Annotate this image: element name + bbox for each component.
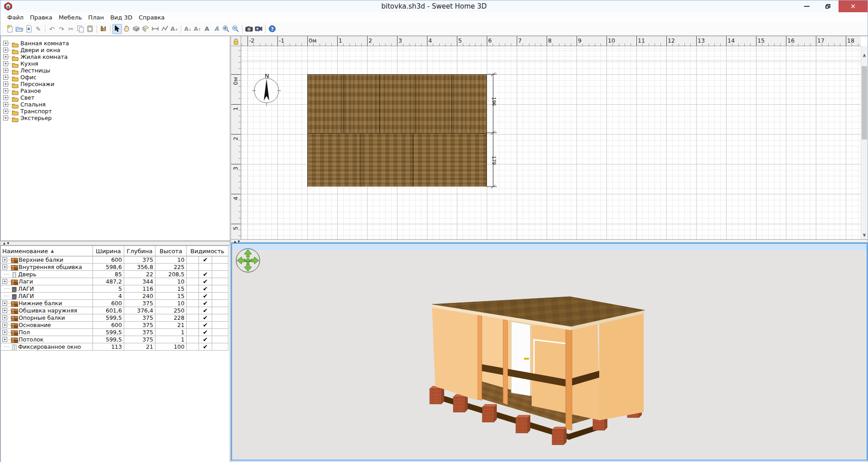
- expand-plus-icon[interactable]: +: [2, 322, 7, 327]
- visibility-checkbox[interactable]: [199, 264, 212, 270]
- menu-мебель[interactable]: Мебель: [55, 13, 85, 22]
- expand-plus-icon[interactable]: +: [2, 337, 7, 342]
- expand-plus-icon[interactable]: +: [2, 257, 7, 262]
- expand-plus-icon[interactable]: +: [3, 102, 8, 107]
- create-video-button[interactable]: [254, 24, 263, 34]
- plan-view-2d[interactable]: -2-10м123456789101112131415161718 0м1234…: [231, 36, 868, 239]
- toggle-bold-button[interactable]: A: [202, 24, 212, 34]
- furniture-name-cell[interactable]: +Лаги: [1, 278, 93, 285]
- visibility-checkbox[interactable]: ✔: [199, 329, 212, 336]
- decrease-text-size-button[interactable]: A↓: [183, 24, 193, 34]
- column-header[interactable]: Ширина: [93, 245, 124, 256]
- expand-plus-icon[interactable]: +: [2, 301, 7, 306]
- height-cell[interactable]: 10: [155, 256, 187, 264]
- close-button[interactable]: ✕: [839, 0, 868, 12]
- catalog-category-row[interactable]: +Экстерьер: [1, 115, 230, 121]
- menu-правка[interactable]: Правка: [27, 13, 55, 22]
- furniture-table-row[interactable]: +Лаги487,234410✔: [1, 278, 230, 285]
- height-cell[interactable]: 21: [155, 322, 187, 329]
- select-button[interactable]: [112, 24, 122, 34]
- furniture-name-cell[interactable]: +Потолок: [1, 336, 93, 343]
- furniture-table-row[interactable]: +Пол599,53751✔: [1, 329, 230, 336]
- expand-plus-icon[interactable]: +: [2, 265, 7, 270]
- help-button[interactable]: ?: [267, 24, 277, 34]
- furniture-name-cell[interactable]: +Пол: [1, 329, 93, 336]
- menu-план[interactable]: План: [85, 13, 107, 22]
- copy-button[interactable]: [76, 24, 85, 34]
- expand-plus-icon[interactable]: +: [3, 75, 8, 80]
- create-texts-button[interactable]: A+: [170, 24, 179, 34]
- redo-button[interactable]: ↷: [57, 24, 66, 34]
- furniture-name-cell[interactable]: +Опорные балки: [1, 314, 93, 322]
- height-cell[interactable]: 225: [155, 264, 187, 271]
- height-cell[interactable]: 100: [155, 343, 187, 351]
- visibility-checkbox[interactable]: ✔: [199, 293, 212, 299]
- menu-файл[interactable]: Файл: [4, 13, 27, 22]
- furniture-table-row[interactable]: +Опорные балки599,5375228✔: [1, 314, 230, 322]
- height-cell[interactable]: 15: [155, 293, 187, 300]
- zoom-out-button[interactable]: [231, 24, 240, 34]
- open-button[interactable]: [15, 24, 24, 34]
- plan-3d-splitter[interactable]: ▲▼: [231, 239, 868, 243]
- furniture-table-row[interactable]: +Верхние балки60037510✔: [1, 256, 230, 264]
- width-cell[interactable]: 113: [93, 343, 124, 351]
- expand-plus-icon[interactable]: +: [3, 109, 8, 114]
- plan-structure[interactable]: [307, 74, 487, 187]
- expand-plus-icon[interactable]: +: [2, 315, 7, 320]
- scroll-thumb[interactable]: [862, 66, 867, 140]
- create-polylines-button[interactable]: [160, 24, 170, 34]
- expand-plus-icon[interactable]: +: [3, 61, 8, 66]
- view-3d[interactable]: [231, 243, 868, 461]
- expand-plus-icon[interactable]: +: [2, 330, 7, 335]
- furniture-name-cell[interactable]: Фиксированное окно: [1, 343, 93, 351]
- preferences-button[interactable]: ✎: [34, 24, 43, 34]
- menu-вид-3d[interactable]: Вид 3D: [107, 13, 136, 22]
- furniture-table-row[interactable]: +Обшивка наружняя601,6376,4250✔: [1, 307, 230, 314]
- height-cell[interactable]: 15: [155, 285, 187, 293]
- width-cell[interactable]: 600: [93, 322, 124, 329]
- increase-text-size-button[interactable]: A↑: [193, 24, 202, 34]
- width-cell[interactable]: 599,5: [93, 314, 124, 322]
- column-header[interactable]: Глубина: [124, 245, 155, 256]
- scroll-down-icon[interactable]: ∨: [861, 231, 868, 238]
- paste-button[interactable]: [85, 24, 95, 34]
- width-cell[interactable]: 487,2: [93, 278, 124, 285]
- width-cell[interactable]: 4: [93, 293, 124, 300]
- depth-cell[interactable]: 375: [124, 300, 155, 307]
- column-header[interactable]: Видимость: [187, 245, 228, 256]
- expand-plus-icon[interactable]: +: [3, 88, 8, 93]
- depth-cell[interactable]: 375: [124, 329, 155, 336]
- create-dimensions-button[interactable]: [150, 24, 160, 34]
- expand-plus-icon[interactable]: +: [3, 54, 8, 59]
- furniture-name-cell[interactable]: +Обшивка наружняя: [1, 307, 93, 314]
- visibility-checkbox[interactable]: ✔: [199, 322, 212, 328]
- furniture-name-cell[interactable]: +Нижние балки: [1, 300, 93, 307]
- furniture-table-row[interactable]: Фиксированное окно11321100✔: [1, 343, 230, 351]
- furniture-name-cell[interactable]: +Внутренняя обшивка: [1, 264, 93, 271]
- catalog-category-row[interactable]: +Ванная комната: [1, 40, 230, 47]
- undo-button[interactable]: ↶: [47, 24, 57, 34]
- furniture-table-row[interactable]: ЛАГИ511615✔: [1, 285, 230, 293]
- expand-plus-icon[interactable]: +: [2, 279, 7, 284]
- catalog-category-row[interactable]: +Кухня: [1, 60, 230, 67]
- furniture-name-cell[interactable]: +Верхние балки: [1, 256, 93, 264]
- create-photo-button[interactable]: [244, 24, 254, 34]
- width-cell[interactable]: 5: [93, 285, 124, 293]
- furniture-table-row[interactable]: ЛАГИ424015✔: [1, 293, 230, 300]
- height-cell[interactable]: 10: [155, 278, 187, 285]
- width-cell[interactable]: 600: [93, 256, 124, 264]
- visibility-checkbox[interactable]: ✔: [199, 256, 212, 263]
- catalog-category-row[interactable]: +Разное: [1, 87, 230, 94]
- depth-cell[interactable]: 116: [124, 285, 155, 293]
- title-bar[interactable]: bitovka.sh3d - Sweet Home 3D ✕: [0, 0, 868, 12]
- column-header[interactable]: Высота: [155, 245, 187, 256]
- furniture-name-cell[interactable]: ЛАГИ: [1, 285, 93, 293]
- visibility-checkbox[interactable]: ✔: [199, 307, 212, 314]
- visibility-checkbox[interactable]: ✔: [199, 336, 212, 343]
- depth-cell[interactable]: 22: [124, 271, 155, 278]
- pan-button[interactable]: [122, 24, 131, 34]
- catalog-category-row[interactable]: +Жилая комната: [1, 53, 230, 60]
- depth-cell[interactable]: 376,4: [124, 307, 155, 314]
- depth-cell[interactable]: 344: [124, 278, 155, 285]
- expand-plus-icon[interactable]: +: [3, 116, 8, 120]
